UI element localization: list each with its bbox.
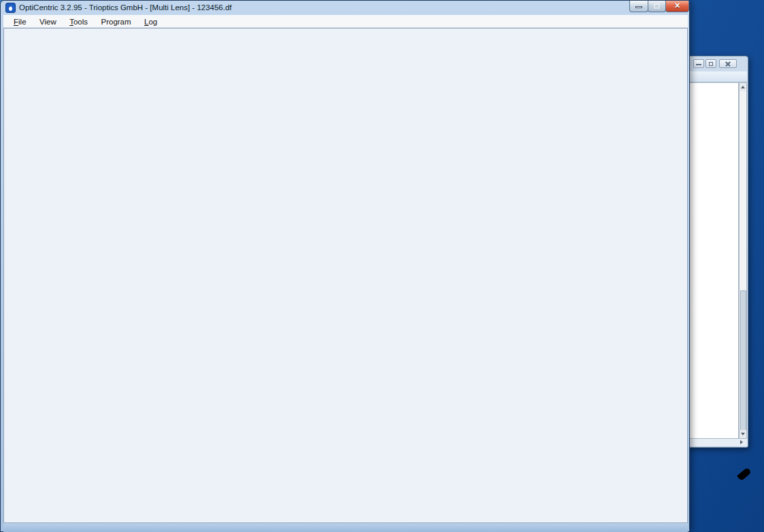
restore-icon [709, 62, 713, 66]
background-window-hscroll[interactable] [688, 439, 747, 446]
window-bottom-border [3, 523, 688, 532]
scroll-down-icon [741, 433, 745, 435]
app-icon [5, 3, 16, 13]
background-window-titlebar [686, 56, 748, 71]
client-area [3, 28, 688, 523]
minimize-icon [635, 6, 642, 8]
menu-program[interactable]: Program [101, 18, 131, 26]
scroll-up-button[interactable] [740, 83, 746, 91]
scrollbar-thumb[interactable] [740, 290, 746, 433]
background-window-toolbar [688, 71, 747, 82]
window-title: OptiCentric 3.2.95 - Trioptics GmbH - [M… [19, 3, 232, 12]
thumb-grip-icon [742, 421, 746, 425]
close-button[interactable] [719, 59, 737, 68]
background-window-scrollbar[interactable] [739, 82, 747, 439]
scroll-down-button[interactable] [740, 430, 746, 438]
menu-view[interactable]: View [39, 18, 56, 26]
menu-log[interactable]: Log [144, 18, 157, 26]
maximize-button[interactable] [648, 1, 666, 12]
main-window: OptiCentric 3.2.95 - Trioptics GmbH - [M… [0, 0, 690, 532]
menubar: File View Tools Program Log [3, 15, 688, 28]
close-icon: ✕ [666, 1, 688, 10]
minimize-icon [696, 64, 701, 65]
scroll-up-icon [741, 86, 745, 88]
menu-tools[interactable]: Tools [69, 18, 88, 26]
desktop: OptiCentric 3.2.95 - Trioptics GmbH - [M… [0, 0, 764, 532]
scroll-right-icon [740, 440, 743, 444]
minimize-button[interactable] [629, 1, 648, 12]
background-window[interactable] [686, 56, 748, 448]
mouse-cursor [737, 467, 752, 482]
maximize-button[interactable] [705, 59, 716, 68]
background-window-content [688, 82, 739, 439]
minimize-button[interactable] [693, 59, 704, 68]
menu-file[interactable]: File [14, 18, 27, 26]
close-button[interactable]: ✕ [665, 1, 689, 12]
maximize-icon [654, 3, 660, 9]
titlebar[interactable]: OptiCentric 3.2.95 - Trioptics GmbH - [M… [1, 1, 689, 15]
